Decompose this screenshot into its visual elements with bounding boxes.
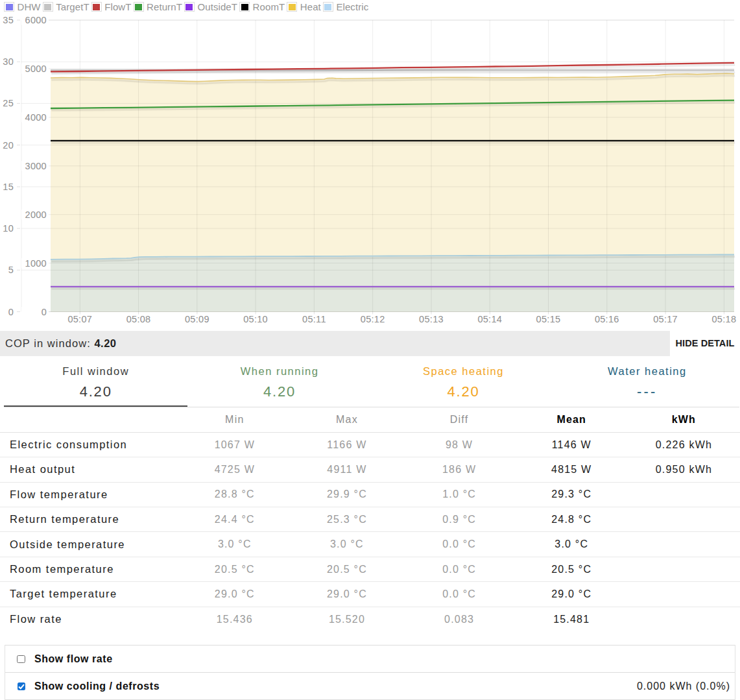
svg-text:5: 5 (8, 265, 14, 275)
svg-text:05:09: 05:09 (185, 314, 209, 324)
svg-text:05:15: 05:15 (536, 314, 561, 324)
svg-text:30: 30 (3, 56, 14, 67)
svg-text:05:18: 05:18 (712, 314, 737, 324)
svg-text:4000: 4000 (25, 112, 47, 123)
svg-text:10: 10 (3, 223, 14, 234)
svg-text:2000: 2000 (25, 210, 47, 220)
svg-text:0: 0 (42, 307, 47, 317)
svg-text:1000: 1000 (25, 258, 47, 269)
svg-text:5000: 5000 (25, 64, 47, 74)
svg-text:05:07: 05:07 (67, 314, 92, 324)
svg-text:20: 20 (3, 140, 14, 151)
svg-text:35: 35 (3, 15, 14, 25)
svg-text:25: 25 (3, 98, 14, 108)
svg-text:0: 0 (8, 307, 14, 317)
svg-text:3000: 3000 (25, 161, 47, 171)
svg-text:05:17: 05:17 (653, 314, 678, 324)
svg-text:6000: 6000 (25, 15, 47, 25)
svg-text:15: 15 (3, 182, 14, 192)
svg-text:05:13: 05:13 (419, 314, 444, 324)
svg-text:05:11: 05:11 (302, 314, 326, 324)
svg-text:05:10: 05:10 (243, 314, 268, 324)
svg-text:05:14: 05:14 (477, 314, 502, 324)
svg-text:05:08: 05:08 (126, 314, 151, 324)
svg-text:05:12: 05:12 (361, 314, 385, 324)
svg-text:05:16: 05:16 (595, 314, 619, 324)
